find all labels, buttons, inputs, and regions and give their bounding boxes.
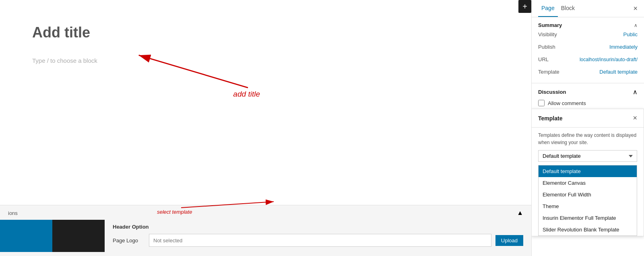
template-select[interactable]: Default template Elementor Canvas Elemen… xyxy=(538,150,637,162)
template-popup: Template × Templates define the way cont… xyxy=(531,109,644,236)
panel-section-label: ions xyxy=(8,210,18,216)
url-value[interactable]: localhost/insurin/auto-draft/ xyxy=(580,57,638,62)
template-option-insurin-item[interactable]: Insurin Elementor Full Template xyxy=(539,212,637,224)
publish-row: Publish Immediately xyxy=(538,41,638,53)
template-value[interactable]: Default template xyxy=(599,69,638,75)
header-option-title: Header Option xyxy=(113,224,523,230)
sidebar-close-button[interactable]: × xyxy=(633,4,638,13)
panel-sidebar-blue xyxy=(0,220,52,252)
panel-section: Header Option Page Logo Upload xyxy=(0,220,531,252)
page-logo-row: Page Logo Upload xyxy=(113,234,523,247)
tab-block[interactable]: Block xyxy=(558,0,578,17)
template-dropdown: Default template Elementor Canvas Elemen… xyxy=(538,165,637,236)
template-row: Template Default template xyxy=(538,66,638,78)
chevron-up-icon: ▲ xyxy=(517,209,523,216)
publish-value[interactable]: Immediately xyxy=(609,44,638,50)
block-placeholder[interactable]: Type / to choose a block xyxy=(32,57,97,64)
plus-icon: + xyxy=(522,2,527,11)
template-option-elementor-full-width-item[interactable]: Elementor Full Width xyxy=(539,189,637,200)
summary-section: Summary ∧ Visibility Public Publish Imme… xyxy=(532,17,644,83)
svg-text:add title: add title xyxy=(233,90,260,98)
summary-chevron-icon: ∧ xyxy=(634,23,638,28)
template-select-wrapper: Default template Elementor Canvas Elemen… xyxy=(532,150,644,165)
discussion-chevron-icon: ∧ xyxy=(633,88,638,96)
allow-comments-checkbox[interactable] xyxy=(538,100,545,106)
template-option-elementor-canvas-item[interactable]: Elementor Canvas xyxy=(539,177,637,189)
sidebar-tabs: Page Block × xyxy=(532,0,644,17)
template-popup-header: Template × xyxy=(532,109,644,128)
summary-title: Summary xyxy=(538,22,562,28)
bottom-panel-header: ions ▲ xyxy=(0,209,531,220)
discussion-title: Discussion xyxy=(538,89,566,95)
panel-toggle-button[interactable]: ▲ xyxy=(517,209,523,217)
close-icon: × xyxy=(633,114,637,122)
template-popup-close-button[interactable]: × xyxy=(633,114,637,122)
add-block-button[interactable]: + xyxy=(518,0,531,13)
right-sidebar: Page Block × Summary ∧ Visibility Public… xyxy=(531,0,644,256)
page-logo-input[interactable] xyxy=(149,234,491,247)
title-area: Add title xyxy=(32,24,499,41)
bottom-panel: ions ▲ Header Option Page Logo Upload xyxy=(0,205,531,256)
allow-comments-row: Allow comments xyxy=(538,100,638,106)
template-option-slider-item[interactable]: Slider Revolution Blank Template xyxy=(539,224,637,235)
visibility-row: Visibility Public xyxy=(538,28,638,41)
url-label: URL xyxy=(538,56,549,62)
discussion-section: Discussion ∧ Allow comments xyxy=(532,83,644,111)
panel-content: Header Option Page Logo Upload xyxy=(105,220,531,252)
page-logo-label: Page Logo xyxy=(113,237,145,244)
summary-section-header[interactable]: Summary ∧ xyxy=(538,22,638,28)
tab-page[interactable]: Page xyxy=(538,0,558,17)
template-label: Template xyxy=(538,69,559,75)
template-option-theme-item[interactable]: Theme xyxy=(539,200,637,212)
allow-comments-label: Allow comments xyxy=(548,100,586,106)
close-icon: × xyxy=(633,4,638,12)
template-option-default-item[interactable]: Default template xyxy=(539,165,637,177)
discussion-header: Discussion ∧ xyxy=(538,88,638,96)
panel-sidebar-dark xyxy=(52,220,105,252)
template-popup-title: Template xyxy=(538,115,562,122)
url-row: URL localhost/insurin/auto-draft/ xyxy=(538,53,638,66)
upload-button[interactable]: Upload xyxy=(495,235,523,246)
add-title[interactable]: Add title xyxy=(32,24,499,41)
publish-label: Publish xyxy=(538,44,555,50)
template-popup-description: Templates define the way content is disp… xyxy=(532,128,644,150)
visibility-value[interactable]: Public xyxy=(623,31,638,37)
visibility-label: Visibility xyxy=(538,31,557,37)
